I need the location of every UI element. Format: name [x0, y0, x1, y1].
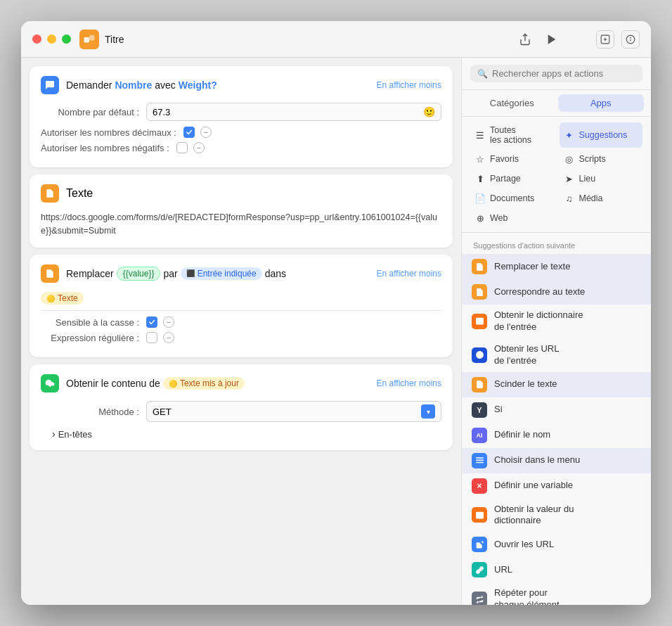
nav-item-web[interactable]: ⊕ Web [470, 210, 554, 226]
search-input[interactable] [492, 68, 635, 79]
replace-prefix: Remplacer [66, 268, 114, 279]
suggestion-ouvrir-url[interactable]: Ouvrir les URL [462, 532, 651, 557]
definir-variable-label: Définir une variable [494, 480, 641, 492]
method-row: Méthode : GET ▾ [41, 401, 441, 422]
negative-minus-btn[interactable] [193, 142, 205, 153]
ask-title-param: Weight? [179, 79, 217, 91]
suggestions-icon: ✦ [564, 129, 575, 141]
decimal-minus-btn[interactable] [200, 127, 212, 138]
correspondre-texte-label: Correspondre au texte [494, 286, 641, 298]
replace-badge-icon: ⬛ [186, 269, 195, 277]
replace-input-tag-label: Texte [58, 293, 78, 303]
info-button[interactable] [621, 30, 640, 49]
text-title: Texte [66, 187, 93, 200]
negative-row: Autoriser les nombres négatifs : [41, 142, 441, 153]
get-card: Obtenir le contenu de 🟡 Texte mis à jour… [30, 364, 453, 450]
scinder-texte-icon [472, 377, 487, 392]
suggestion-definir-variable[interactable]: × Définir une variable [462, 473, 651, 499]
toutes-icon: ☰ [474, 129, 486, 141]
media-label: Média [579, 193, 603, 203]
regex-checkbox[interactable] [146, 332, 157, 343]
ask-title-var: Nombre [115, 79, 152, 91]
case-minus-btn[interactable] [163, 317, 174, 328]
definir-nom-icon: AI [472, 428, 487, 443]
get-toggle[interactable]: En afficher moins [377, 378, 442, 388]
get-tag: 🟡 Texte mis à jour [163, 377, 245, 390]
suggestion-obtenir-dict[interactable]: Obtenir le dictionnairede l'entrée [462, 305, 651, 338]
svg-rect-13 [476, 318, 484, 325]
case-label: Sensible à la casse : [41, 317, 139, 328]
emoji-button[interactable]: 🙂 [423, 106, 435, 117]
svg-rect-17 [476, 462, 484, 464]
svg-marker-3 [548, 34, 556, 44]
suggestions-title: Suggestions d'action suivante [462, 238, 651, 254]
nav-item-lieu[interactable]: ➤ Lieu [560, 170, 643, 187]
suggestion-choisir-menu[interactable]: Choisir dans le menu [462, 448, 651, 473]
nav-item-documents[interactable]: 📄 Documents [470, 190, 554, 207]
suggestion-correspondre-texte[interactable]: Correspondre au texte [462, 279, 651, 305]
default-label: Nombre par défaut : [41, 107, 139, 117]
titlebar: Titre [21, 21, 651, 58]
replace-card: Remplacer {{value}} par ⬛ Entrée indiqué… [30, 255, 453, 358]
suggestion-scinder-texte[interactable]: Scinder le texte [462, 372, 651, 397]
regex-minus-btn[interactable] [163, 332, 174, 343]
regex-label: Expression régulière : [41, 333, 139, 343]
default-input[interactable]: 67.3 🙂 [146, 103, 441, 121]
case-checkbox[interactable] [146, 317, 157, 328]
text-content[interactable]: https://docs.google.com/forms/d/e/[REDAC… [41, 211, 441, 238]
app-icon [79, 30, 99, 49]
replace-input-tag-row: 🟡 Texte [41, 291, 441, 305]
remplacer-texte-icon [472, 259, 487, 274]
suggestion-obtenir-valeur-dict[interactable]: Obtenir la valeur dudictionnaire [462, 499, 651, 532]
nav-item-media[interactable]: ♫ Média [560, 190, 643, 207]
headers-label[interactable]: En-têtes [52, 429, 92, 440]
tab-apps[interactable]: Apps [558, 94, 645, 112]
nav-item-scripts[interactable]: ◎ Scripts [560, 151, 643, 167]
documents-label: Documents [490, 193, 534, 203]
left-panel: Demander Nombre avec Weight? En afficher… [21, 58, 461, 605]
suggestion-remplacer-texte[interactable]: Remplacer le texte [462, 254, 651, 279]
text-card-icon [41, 184, 59, 203]
ouvrir-url-icon [472, 537, 487, 552]
nav-item-suggestions[interactable]: ✦ Suggestions [560, 122, 643, 148]
suggestion-obtenir-url[interactable]: Obtenir les URLde l'entrée [462, 338, 651, 372]
replace-badge-text: Entrée indiquée [198, 269, 257, 279]
method-label: Méthode : [41, 407, 139, 417]
default-value: 67.3 [153, 107, 170, 117]
decimal-checkbox-wrapper [183, 127, 212, 138]
suggestion-repeter[interactable]: Répéter pourchaque élément [462, 582, 651, 605]
favoris-icon: ☆ [474, 153, 486, 165]
nav-item-toutes[interactable]: ☰ Toutesles actions [470, 122, 554, 148]
minimize-button[interactable] [47, 34, 56, 44]
info-icons [596, 30, 640, 49]
definir-variable-symbol: × [477, 481, 482, 491]
suggestion-si[interactable]: Y Si [462, 397, 651, 423]
replace-divider [41, 310, 441, 311]
text-card: Texte https://docs.google.com/forms/d/e/… [30, 174, 453, 248]
share-button[interactable] [517, 32, 533, 47]
suggestion-definir-nom[interactable]: AI Définir le nom [462, 423, 651, 448]
replace-toggle[interactable]: En afficher moins [377, 269, 442, 279]
negative-checkbox[interactable] [176, 142, 188, 153]
add-action-button[interactable] [596, 30, 614, 49]
nav-item-favoris[interactable]: ☆ Favoris [470, 151, 554, 167]
suggestion-url[interactable]: URL [462, 557, 651, 582]
close-button[interactable] [32, 34, 41, 44]
ask-card-header: Demander Nombre avec Weight? En afficher… [41, 76, 441, 94]
choisir-menu-label: Choisir dans le menu [494, 454, 641, 466]
ask-toggle[interactable]: En afficher moins [377, 80, 442, 90]
scripts-icon: ◎ [564, 153, 575, 165]
ask-card-title: Demander Nombre avec Weight? [66, 79, 377, 91]
tab-categories[interactable]: Catégories [469, 94, 555, 112]
decimal-checkbox[interactable] [183, 127, 195, 138]
svg-point-14 [476, 351, 484, 359]
ask-title-mid: avec [155, 79, 176, 91]
search-bar: 🔍 [462, 58, 651, 90]
case-row: Sensible à la casse : [41, 317, 441, 328]
suggestions-label: Suggestions [579, 130, 628, 140]
play-button[interactable] [544, 32, 560, 47]
obtenir-valeur-dict-label: Obtenir la valeur dudictionnaire [494, 504, 641, 528]
nav-item-partage[interactable]: ⬆ Partage [470, 170, 554, 187]
maximize-button[interactable] [62, 34, 71, 44]
method-select[interactable]: GET ▾ [146, 401, 441, 422]
